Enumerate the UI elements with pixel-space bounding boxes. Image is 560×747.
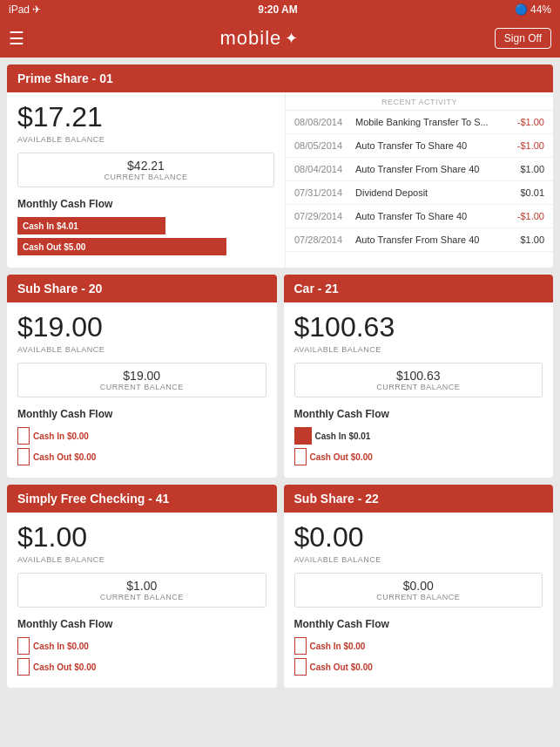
sub22-cashin-bar [294, 637, 307, 655]
sub22-cashout-bar [294, 658, 307, 676]
nav-bar: ☰ mobile ✦ Sign Off [0, 19, 560, 58]
car-21-body: $100.63 AVAILABLE BALANCE $100.63 CURREN… [284, 302, 554, 478]
car21-current-label: CURRENT BALANCE [304, 383, 534, 391]
sub20-cashout-label: Cash Out $0.00 [33, 452, 96, 462]
simplyfree-current-amount: $1.00 [27, 579, 257, 593]
car21-cashout-bar [294, 448, 307, 465]
table-row: 08/08/2014 Mobile Banking Transfer To S.… [286, 111, 553, 134]
activity-date: 07/28/2014 [294, 234, 355, 245]
prime-cashin-bar: Cash In $4.01 [17, 217, 165, 234]
sign-out-button[interactable]: Sign Off [495, 28, 551, 49]
prime-cashflow-title: Monthly Cash Flow [17, 198, 274, 210]
simply-free-card: Simply Free Checking - 41 $1.00 AVAILABL… [7, 485, 277, 688]
activity-desc: Dividend Deposit [355, 187, 501, 198]
sub22-cashin-row: Cash In $0.00 [294, 637, 543, 655]
status-right: 🔵 44% [515, 3, 551, 16]
sub-share-20-card: Sub Share - 20 $19.00 AVAILABLE BALANCE … [7, 275, 277, 478]
battery-icon: 🔵 44% [515, 3, 551, 16]
sub22-current-box: $0.00 CURRENT BALANCE [294, 573, 543, 608]
status-left: iPad ✈ [9, 3, 41, 16]
simplyfree-available-amount: $1.00 [17, 521, 267, 553]
car21-cashout-label: Cash Out $0.00 [310, 452, 373, 462]
sub22-available-amount: $0.00 [294, 521, 543, 553]
sub20-cashout-bar [17, 448, 30, 465]
sub20-available-amount: $19.00 [17, 311, 267, 343]
prime-cashout-label: Cash Out $5.00 [23, 242, 85, 252]
activity-amount: -$1.00 [501, 140, 544, 151]
car21-current-amount: $100.63 [304, 369, 534, 383]
prime-available-label: AVAILABLE BALANCE [17, 135, 274, 144]
activity-date: 08/08/2014 [294, 117, 355, 127]
sub22-current-label: CURRENT BALANCE [304, 593, 534, 601]
sub20-current-box: $19.00 CURRENT BALANCE [17, 363, 267, 397]
sub20-current-amount: $19.00 [27, 369, 257, 383]
car21-cashin-label: Cash In $0.01 [315, 431, 371, 441]
sub20-available-label: AVAILABLE BALANCE [17, 345, 267, 354]
content-area: Prime Share - 01 $17.21 AVAILABLE BALANC… [0, 58, 560, 695]
sub-share-22-card: Sub Share - 22 $0.00 AVAILABLE BALANCE $… [284, 485, 554, 688]
sub20-cashout-row: Cash Out $0.00 [17, 448, 267, 465]
simply-free-body: $1.00 AVAILABLE BALANCE $1.00 CURRENT BA… [7, 513, 277, 688]
prime-cashin-label: Cash In $4.01 [23, 221, 78, 231]
sub22-available-label: AVAILABLE BALANCE [294, 555, 543, 564]
prime-cashout-row: Cash Out $5.00 [17, 238, 274, 255]
sub-share-20-header: Sub Share - 20 [7, 275, 277, 302]
sub20-cashin-label: Cash In $0.00 [33, 431, 89, 441]
ipad-signal: iPad ✈ [9, 3, 41, 16]
sub20-cashin-row: Cash In $0.00 [17, 427, 267, 445]
table-row: 07/31/2014 Dividend Deposit $0.01 [286, 181, 553, 205]
simplyfree-current-label: CURRENT BALANCE [27, 593, 257, 601]
sub22-cashflow-title: Monthly Cash Flow [294, 618, 543, 630]
car-21-header: Car - 21 [284, 275, 554, 302]
status-bar: iPad ✈ 9:20 AM 🔵 44% [0, 0, 560, 19]
simplyfree-available-label: AVAILABLE BALANCE [17, 555, 267, 564]
simplyfree-cashin-label: Cash In $0.00 [33, 642, 89, 651]
prime-current-label: CURRENT BALANCE [27, 173, 265, 181]
car-21-card: Car - 21 $100.63 AVAILABLE BALANCE $100.… [284, 275, 554, 478]
prime-available-amount: $17.21 [17, 101, 274, 133]
activity-desc: Mobile Banking Transfer To S... [355, 117, 501, 127]
activity-amount: $0.01 [501, 187, 544, 198]
simply-free-header: Simply Free Checking - 41 [7, 485, 277, 513]
sub22-cashout-row: Cash Out $0.00 [294, 658, 543, 676]
prime-current-amount: $42.21 [27, 159, 265, 173]
activity-date: 08/05/2014 [294, 140, 355, 151]
sub22-current-amount: $0.00 [304, 579, 534, 593]
sub20-current-label: CURRENT BALANCE [27, 383, 257, 391]
menu-icon[interactable]: ☰ [9, 28, 24, 49]
prime-current-balance-box: $42.21 CURRENT BALANCE [17, 153, 274, 187]
activity-date: 08/04/2014 [294, 164, 355, 174]
prime-share-left: $17.21 AVAILABLE BALANCE $42.21 CURRENT … [7, 92, 286, 268]
prime-share-body: $17.21 AVAILABLE BALANCE $42.21 CURRENT … [7, 92, 553, 268]
activity-amount: $1.00 [501, 164, 544, 174]
simplyfree-cashin-row: Cash In $0.00 [17, 637, 267, 655]
sub-share-22-body: $0.00 AVAILABLE BALANCE $0.00 CURRENT BA… [284, 513, 554, 688]
car21-available-label: AVAILABLE BALANCE [294, 345, 543, 354]
row-3: Simply Free Checking - 41 $1.00 AVAILABL… [7, 485, 553, 688]
table-row: 08/04/2014 Auto Transfer From Share 40 $… [286, 158, 553, 181]
activity-date: 07/29/2014 [294, 211, 355, 221]
simplyfree-cashout-row: Cash Out $0.00 [17, 658, 267, 676]
car21-cashout-row: Cash Out $0.00 [294, 448, 543, 465]
sub20-cashin-bar [17, 427, 30, 445]
table-row: 08/05/2014 Auto Transfer To Share 40 -$1… [286, 134, 553, 158]
recent-activity-title: RECENT ACTIVITY [286, 92, 553, 111]
simplyfree-cashflow-title: Monthly Cash Flow [17, 618, 267, 630]
brand-text: mobile [220, 27, 282, 50]
prime-share-header: Prime Share - 01 [7, 65, 553, 92]
car21-available-amount: $100.63 [294, 311, 543, 343]
row-2: Sub Share - 20 $19.00 AVAILABLE BALANCE … [7, 275, 553, 478]
activity-date: 07/31/2014 [294, 187, 355, 198]
prime-share-activity: RECENT ACTIVITY 08/08/2014 Mobile Bankin… [286, 92, 553, 268]
simplyfree-cashout-bar [17, 658, 30, 676]
activity-amount: -$1.00 [501, 117, 544, 127]
prime-cashin-row: Cash In $4.01 [17, 217, 274, 234]
table-row: 07/29/2014 Auto Transfer To Share 40 -$1… [286, 205, 553, 228]
simplyfree-cashout-label: Cash Out $0.00 [33, 662, 96, 672]
activity-desc: Auto Transfer To Share 40 [355, 211, 501, 221]
table-row: 07/28/2014 Auto Transfer From Share 40 $… [286, 228, 553, 252]
brand-leaf-icon: ✦ [285, 29, 299, 48]
sub-share-20-body: $19.00 AVAILABLE BALANCE $19.00 CURRENT … [7, 302, 277, 478]
simplyfree-current-box: $1.00 CURRENT BALANCE [17, 573, 267, 608]
activity-desc: Auto Transfer To Share 40 [355, 140, 501, 151]
